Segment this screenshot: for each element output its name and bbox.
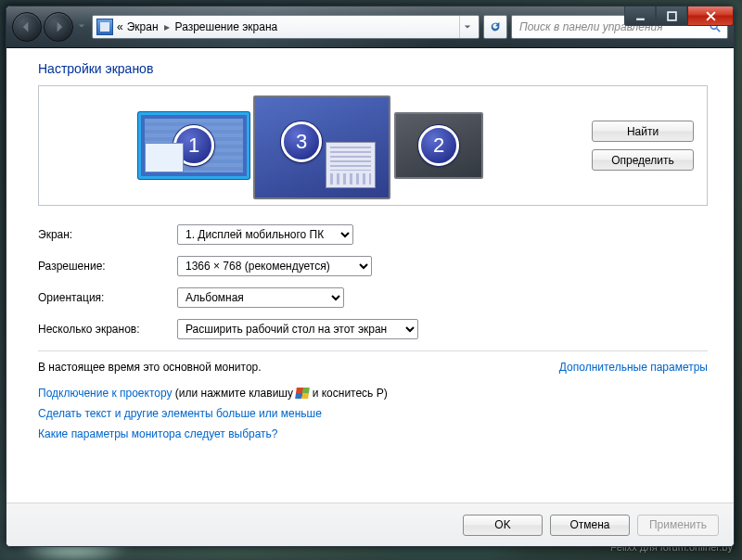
orientation-select[interactable]: Альбомная [177,287,344,308]
control-panel-window: « Экран ▸ Разрешение экрана Поиск в пане… [6,6,735,547]
apply-button[interactable]: Применить [637,515,719,536]
text-size-link[interactable]: Сделать текст и другие элементы больше и… [38,407,322,420]
address-history-dropdown[interactable] [459,16,475,38]
projector-hint-b: и коснитесь P) [309,387,387,400]
projector-hint-a: (или нажмите клавишу [173,387,297,400]
nav-back-button[interactable] [12,12,42,42]
primary-monitor-status: В настоящее время это основной монитор. [38,361,262,374]
nav-history-dropdown[interactable] [75,12,88,40]
monitor-3[interactable]: 3 [253,95,390,199]
monitor-1[interactable]: 1 [138,112,249,179]
page-title: Настройки экранов [38,61,708,76]
window-maximize-button[interactable] [656,6,687,26]
nav-forward-button[interactable] [44,12,73,42]
breadcrumb-item[interactable]: Разрешение экрана [175,20,278,33]
orientation-label: Ориентация: [38,291,177,304]
breadcrumb-chevrons: « [117,20,123,33]
window-close-button[interactable] [687,6,734,26]
projector-link[interactable]: Подключение к проектору [38,387,173,400]
monitor-badge: 3 [281,121,322,162]
dialog-footer: OK Отмена Применить [6,503,734,546]
display-select[interactable]: 1. Дисплей мобильного ПК [177,224,353,245]
breadcrumb-separator-icon: ▸ [162,20,172,33]
multi-display-select[interactable]: Расширить рабочий стол на этот экран [177,319,418,339]
window-minimize-button[interactable] [624,6,656,26]
display-arrangement-box: 1 3 2 Найти Определить [38,85,708,206]
svg-line-3 [717,29,721,32]
address-bar[interactable]: « Экран ▸ Разрешение экрана [92,15,480,39]
ok-button[interactable]: OK [463,515,543,536]
refresh-button[interactable] [483,15,507,39]
resolution-label: Разрешение: [38,260,177,273]
monitor-badge: 2 [418,125,459,166]
display-label: Экран: [38,228,177,241]
monitor-2[interactable]: 2 [394,112,483,179]
cancel-button[interactable]: Отмена [550,515,630,536]
control-panel-icon [96,19,113,35]
breadcrumb-item[interactable]: Экран [127,20,159,33]
which-settings-link[interactable]: Какие параметры монитора следует выбрать… [38,427,278,440]
multi-display-label: Несколько экранов: [38,323,177,336]
display-arrangement-area[interactable]: 1 3 2 [52,86,569,205]
detect-button[interactable]: Найти [592,121,694,142]
windows-logo-icon [295,388,310,399]
monitor-badge: 1 [173,125,214,166]
identify-button[interactable]: Определить [592,149,694,171]
content-area: Настройки экранов 1 3 2 Найти Определить [6,48,734,503]
svg-rect-1 [668,12,676,20]
advanced-settings-link[interactable]: Дополнительные параметры [559,361,708,374]
svg-rect-0 [636,18,645,19]
resolution-select[interactable]: 1366 × 768 (рекомендуется) [177,256,372,276]
